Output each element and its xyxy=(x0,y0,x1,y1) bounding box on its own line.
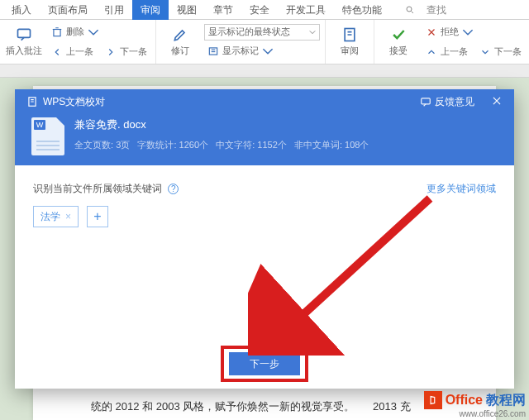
close-button[interactable] xyxy=(491,95,503,109)
search-icon xyxy=(405,5,415,15)
file-stats: 全文页数: 3页 字数统计: 1260个 中文字符: 1152个 非中文单词: … xyxy=(74,139,369,151)
edit-icon xyxy=(172,26,188,43)
arrow-right-icon xyxy=(105,46,117,58)
delete-label: 删除 xyxy=(66,26,84,38)
accept-button[interactable]: 接受 xyxy=(379,22,417,62)
review-prev-label: 上一条 xyxy=(441,45,468,58)
next-label: 下一条 xyxy=(120,45,147,58)
markup-icon xyxy=(207,45,219,57)
close-icon xyxy=(491,95,503,107)
dialog-footer: 下一步 xyxy=(15,339,514,389)
stats-words: 1260个 xyxy=(179,140,208,150)
keywords-label: 识别当前文件所属领域关键词 xyxy=(33,183,162,194)
arrow-down-icon xyxy=(479,46,491,58)
insert-comment-button[interactable]: 插入批注 xyxy=(5,22,43,62)
dialog-title: WPS文档校对 xyxy=(43,95,105,109)
prev-comment-button[interactable]: 上一条 xyxy=(48,43,97,61)
dialog-body: 识别当前文件所属领域关键词 ? 更多关键词领域 法学 × + xyxy=(15,165,514,339)
comment-icon xyxy=(16,26,32,43)
file-name: 兼容免费. docx xyxy=(74,117,369,132)
office-logo-icon xyxy=(427,394,439,406)
ruler xyxy=(0,64,529,78)
chevron-down-icon xyxy=(462,26,474,38)
search-box[interactable]: 查找 xyxy=(397,0,463,20)
ribbon-tabs: 插入 页面布局 引用 审阅 视图 章节 安全 开发工具 特色功能 查找 xyxy=(0,0,529,20)
show-markup-label: 显示标记 xyxy=(222,45,259,57)
tab-references[interactable]: 引用 xyxy=(96,0,132,20)
stats-cn: 1152个 xyxy=(257,140,286,150)
review-next-label: 下一条 xyxy=(494,45,522,58)
body-fragment: 统的 2012 和 2003 风格，赋予你焕然一新的视觉享受。 xyxy=(91,400,355,413)
keyword-tag-label: 法学 xyxy=(41,210,60,224)
check-icon xyxy=(390,26,407,43)
stats-pages: 3页 xyxy=(116,140,130,150)
next-comment-button[interactable]: 下一条 xyxy=(102,43,150,61)
review-next-button[interactable]: 下一条 xyxy=(476,43,525,61)
reject-button[interactable]: 拒绝 xyxy=(422,23,525,41)
review-prev-button[interactable]: 上一条 xyxy=(422,43,471,61)
reject-icon xyxy=(426,26,437,38)
insert-comment-label: 插入批注 xyxy=(6,45,42,57)
tab-view[interactable]: 视图 xyxy=(169,0,205,20)
svg-line-1 xyxy=(412,11,414,13)
svg-point-0 xyxy=(407,7,412,12)
feedback-button[interactable]: 反馈意见 xyxy=(420,95,474,109)
tab-pagelayout[interactable]: 页面布局 xyxy=(40,0,96,20)
chevron-down-icon xyxy=(262,45,274,57)
review-icon xyxy=(341,26,358,43)
stats-noncn: 108个 xyxy=(345,140,369,150)
arrow-up-icon xyxy=(426,46,437,58)
display-mode-combo[interactable]: 显示标记的最终状态 xyxy=(204,24,320,41)
ribbon-toolbar: 插入批注 删除 上一条 下一条 修订 xyxy=(0,20,529,64)
stats-cn-label: 中文字符: xyxy=(216,140,255,150)
display-mode-value: 显示标记的最终状态 xyxy=(208,26,290,38)
review-label: 审阅 xyxy=(341,45,359,57)
chat-icon xyxy=(420,96,431,107)
track-changes-button[interactable]: 修订 xyxy=(161,22,199,62)
delete-comment-button[interactable]: 删除 xyxy=(48,23,150,41)
chevron-down-icon xyxy=(309,29,316,36)
review-pane-button[interactable]: 审阅 xyxy=(331,22,369,62)
keyword-tag[interactable]: 法学 × xyxy=(33,206,79,227)
accept-label: 接受 xyxy=(389,45,407,57)
delete-icon xyxy=(51,26,63,38)
stats-noncn-label: 非中文单词: xyxy=(294,140,342,150)
arrow-left-icon xyxy=(51,46,63,58)
watermark-brand1: Office xyxy=(446,393,483,408)
next-step-button[interactable]: 下一步 xyxy=(229,352,300,375)
body-tail: 2013 充 xyxy=(373,400,411,413)
tab-chapter[interactable]: 章节 xyxy=(205,0,241,20)
stats-pages-label: 全文页数: xyxy=(74,140,113,150)
svg-rect-2 xyxy=(18,29,31,37)
chevron-down-icon xyxy=(88,26,99,38)
remove-tag-icon[interactable]: × xyxy=(65,211,71,222)
tab-review[interactable]: 审阅 xyxy=(132,0,169,20)
add-keyword-button[interactable]: + xyxy=(87,206,108,227)
svg-rect-13 xyxy=(422,98,431,104)
watermark: Office教程网 www.office26.com xyxy=(424,391,526,418)
help-icon[interactable]: ? xyxy=(168,184,179,194)
tab-security[interactable]: 安全 xyxy=(241,0,278,20)
watermark-url: www.office26.com xyxy=(424,409,526,418)
tab-devtools[interactable]: 开发工具 xyxy=(278,0,334,20)
prev-label: 上一条 xyxy=(66,45,93,58)
feedback-label: 反馈意见 xyxy=(435,95,474,109)
edit-label: 修订 xyxy=(171,45,189,57)
svg-rect-3 xyxy=(54,29,60,36)
proofread-dialog: WPS文档校对 反馈意见 W 兼容免费. docx 全文页数: 3页 字数统计: xyxy=(15,89,514,389)
document-icon xyxy=(26,96,38,107)
dialog-header: WPS文档校对 反馈意见 W 兼容免费. docx 全文页数: 3页 字数统计: xyxy=(15,89,514,165)
reject-label: 拒绝 xyxy=(441,26,459,38)
file-icon: W xyxy=(31,117,64,155)
search-placeholder: 查找 xyxy=(418,0,455,20)
tab-special[interactable]: 特色功能 xyxy=(334,0,390,20)
watermark-brand2: 教程网 xyxy=(486,392,526,409)
highlight-box: 下一步 xyxy=(221,346,308,382)
show-markup-button[interactable]: 显示标记 xyxy=(204,42,320,60)
more-keywords-link[interactable]: 更多关键词领域 xyxy=(427,182,496,196)
document-body-text: 统的 2012 和 2003 风格，赋予你焕然一新的视觉享受。 2013 充 xyxy=(91,399,471,415)
stats-words-label: 字数统计: xyxy=(137,140,176,150)
tab-insert[interactable]: 插入 xyxy=(3,0,40,20)
